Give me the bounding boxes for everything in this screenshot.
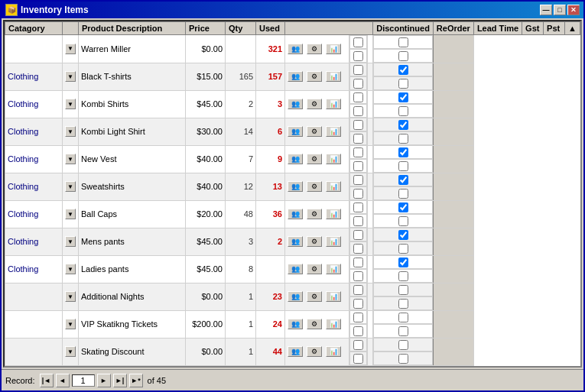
chart-icon-button[interactable]: 📊 — [326, 181, 341, 192]
dropdown-arrow[interactable]: ▼ — [65, 126, 76, 137]
cell-discontinued[interactable] — [349, 255, 367, 269]
cell-discontinued[interactable] — [349, 200, 367, 214]
chart-icon-button[interactable]: 📊 — [326, 291, 341, 302]
table-row[interactable]: Clothing▼Ladies pants$45.008 👥 ⚙ 📊 — [5, 255, 580, 283]
chart-icon-button[interactable]: 📊 — [326, 236, 341, 247]
people-icon-button[interactable]: 👥 — [288, 209, 303, 219]
cell-pst[interactable] — [373, 352, 433, 365]
cell-gst[interactable] — [373, 283, 433, 296]
discontinued-checkbox[interactable] — [353, 37, 363, 47]
people-icon-button[interactable]: 👥 — [288, 236, 303, 247]
discontinued-checkbox[interactable] — [353, 92, 363, 102]
reorder-checkbox[interactable] — [353, 161, 363, 171]
cell-dropdown[interactable]: ▼ — [63, 310, 79, 338]
discontinued-checkbox[interactable] — [353, 120, 363, 130]
reorder-checkbox[interactable] — [353, 299, 363, 309]
cell-pst[interactable] — [373, 214, 433, 228]
people-icon-button[interactable]: 👥 — [288, 44, 303, 54]
dropdown-arrow[interactable]: ▼ — [65, 44, 76, 54]
reorder-checkbox[interactable] — [353, 244, 363, 254]
cell-dropdown[interactable]: ▼ — [63, 145, 79, 173]
cell-discontinued[interactable] — [349, 35, 367, 49]
cell-discontinued[interactable] — [349, 310, 367, 324]
reorder-checkbox[interactable] — [353, 134, 363, 144]
reorder-checkbox[interactable] — [353, 326, 363, 336]
people-icon-button[interactable]: 👥 — [288, 319, 303, 329]
dropdown-arrow[interactable]: ▼ — [65, 264, 76, 274]
discontinued-checkbox[interactable] — [353, 313, 363, 322]
dropdown-arrow[interactable]: ▼ — [65, 209, 76, 219]
reorder-checkbox[interactable] — [353, 106, 363, 116]
dropdown-arrow[interactable]: ▼ — [65, 236, 76, 247]
cell-pst[interactable] — [373, 296, 433, 310]
discontinued-checkbox[interactable] — [353, 285, 363, 295]
gst-checkbox[interactable] — [398, 313, 408, 322]
people-icon-button[interactable]: 👥 — [288, 99, 303, 109]
chart-icon-button[interactable]: 📊 — [326, 126, 341, 137]
cell-gst[interactable] — [373, 90, 433, 104]
dropdown-arrow[interactable]: ▼ — [65, 154, 76, 164]
chart-icon-button[interactable]: 📊 — [326, 44, 341, 54]
cell-gst[interactable] — [373, 173, 433, 186]
chart-icon-button[interactable]: 📊 — [326, 209, 341, 219]
col-header-discontinued[interactable]: Discontinued — [373, 22, 434, 35]
table-row[interactable]: ▼U-Drive$0.001313 👥 ⚙ 📊 — [5, 365, 580, 366]
pst-checkbox[interactable] — [398, 326, 408, 336]
cell-pst[interactable] — [373, 76, 433, 90]
pst-checkbox[interactable] — [398, 354, 408, 364]
cell-gst[interactable] — [373, 228, 433, 241]
gst-checkbox[interactable] — [398, 65, 408, 75]
table-scroll-area[interactable]: Catagory Product Description Price Qty U… — [5, 21, 580, 366]
dropdown-arrow[interactable]: ▼ — [65, 99, 76, 109]
cell-reorder[interactable] — [349, 159, 367, 173]
settings-icon-button[interactable]: ⚙ — [307, 99, 322, 109]
cell-pst[interactable] — [373, 131, 433, 145]
settings-icon-button[interactable]: ⚙ — [307, 346, 322, 357]
cell-pst[interactable] — [373, 241, 433, 255]
people-icon-button[interactable]: 👥 — [288, 126, 303, 137]
dropdown-arrow[interactable]: ▼ — [65, 71, 76, 82]
discontinued-checkbox[interactable] — [353, 147, 363, 157]
reorder-checkbox[interactable] — [353, 271, 363, 281]
chart-icon-button[interactable]: 📊 — [326, 154, 341, 164]
nav-prev-button[interactable]: ◄ — [56, 374, 70, 387]
cell-reorder[interactable] — [349, 186, 367, 200]
cell-reorder[interactable] — [349, 76, 367, 90]
people-icon-button[interactable]: 👥 — [288, 346, 303, 357]
maximize-button[interactable]: □ — [554, 5, 566, 15]
cell-pst[interactable] — [373, 186, 433, 200]
cell-discontinued[interactable] — [349, 365, 367, 366]
pst-checkbox[interactable] — [398, 106, 408, 116]
discontinued-checkbox[interactable] — [353, 230, 363, 240]
cell-gst[interactable] — [373, 63, 433, 76]
reorder-checkbox[interactable] — [353, 216, 363, 226]
gst-checkbox[interactable] — [398, 258, 408, 267]
reorder-checkbox[interactable] — [353, 79, 363, 89]
discontinued-checkbox[interactable] — [353, 175, 363, 185]
cell-gst[interactable] — [373, 338, 433, 352]
record-current-input[interactable]: 1 — [72, 374, 95, 387]
people-icon-button[interactable]: 👥 — [288, 291, 303, 302]
pst-checkbox[interactable] — [398, 134, 408, 144]
reorder-checkbox[interactable] — [353, 354, 363, 364]
col-header-reorder[interactable]: ReOrder — [433, 22, 473, 35]
cell-discontinued[interactable] — [349, 63, 367, 76]
chart-icon-button[interactable]: 📊 — [326, 319, 341, 329]
cell-pst[interactable] — [373, 269, 433, 283]
cell-discontinued[interactable] — [349, 173, 367, 186]
cell-gst[interactable] — [373, 118, 433, 131]
cell-pst[interactable] — [373, 159, 433, 173]
pst-checkbox[interactable] — [398, 271, 408, 281]
cell-discontinued[interactable] — [349, 228, 367, 241]
people-icon-button[interactable]: 👥 — [288, 181, 303, 192]
chart-icon-button[interactable]: 📊 — [326, 346, 341, 357]
cell-dropdown[interactable]: ▼ — [63, 63, 79, 90]
table-row[interactable]: Clothing▼Kombi Light Shirt$30.00146 👥 ⚙ … — [5, 118, 580, 145]
table-row[interactable]: ▼Skating Discount$0.00144 👥 ⚙ 📊 — [5, 338, 580, 365]
gst-checkbox[interactable] — [398, 147, 408, 157]
pst-checkbox[interactable] — [398, 299, 408, 309]
cell-dropdown[interactable]: ▼ — [63, 200, 79, 228]
cell-discontinued[interactable] — [349, 283, 367, 296]
pst-checkbox[interactable] — [398, 216, 408, 226]
close-button[interactable]: ✕ — [567, 5, 580, 15]
